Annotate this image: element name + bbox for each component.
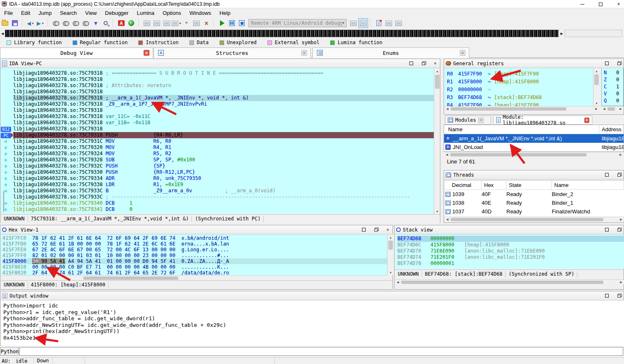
scroll-right-icon[interactable]: ▶: [618, 106, 624, 111]
scroll-thumb[interactable]: [83, 277, 178, 280]
stack-row[interactable]: BEF74D7800000001: [397, 260, 624, 267]
panel-maximize-button[interactable]: [408, 60, 414, 66]
navigator-track[interactable]: [565, 30, 622, 37]
debugger-selector[interactable]: Remote ARM Linux/Android debugger ▼: [248, 19, 347, 27]
hex-row[interactable]: 415F8010 00 00 00 00 C0 BF E7 71 00 00 0…: [2, 264, 387, 270]
hex-view-titlebar[interactable]: Hex View-1 ×: [0, 225, 392, 234]
search-names-button[interactable]: [51, 18, 61, 28]
disasm-line[interactable]: libjiagu1896403278.so:75C79318 ; __arm_a…: [1, 95, 434, 101]
disasm-gutter[interactable]: [1, 163, 13, 169]
rename-button[interactable]: [191, 18, 201, 28]
tab-enums[interactable]: Enums ×: [312, 47, 469, 58]
close-icon[interactable]: ×: [584, 118, 589, 123]
disasm-line[interactable]: libjiagu1896403278.so:75C79324 MOV R5, R…: [1, 151, 434, 157]
panel-float-button[interactable]: [373, 227, 379, 233]
menu-item-file[interactable]: File: [0, 9, 17, 17]
stack-row[interactable]: BEF74D6800000000: [397, 236, 624, 242]
instruction-dot[interactable]: [5, 165, 7, 168]
instruction-dot[interactable]: [5, 153, 7, 155]
disasm-line[interactable]: libjiagu1896403278.so:75C79318 var_118= …: [1, 120, 434, 126]
scroll-thumb[interactable]: [401, 281, 603, 284]
threads-hscrollbar[interactable]: ◀ ▶: [444, 217, 624, 222]
panel-maximize-button[interactable]: [604, 172, 610, 178]
panel-maximize-button[interactable]: [361, 227, 367, 233]
disasm-gutter[interactable]: [1, 206, 13, 213]
disasm-gutter[interactable]: [1, 95, 13, 101]
column-header-state[interactable]: State: [506, 181, 552, 189]
tab-modules[interactable]: Modules ×: [445, 116, 491, 125]
threads-titlebar[interactable]: Threads: [444, 170, 624, 180]
register-row[interactable]: R0415F7F90↪[heap]:415F7F90: [447, 70, 593, 78]
close-button[interactable]: ×: [616, 1, 622, 7]
instruction-dot[interactable]: [5, 208, 7, 211]
panel-close-button[interactable]: ×: [385, 227, 391, 233]
scroll-down-icon[interactable]: ▼: [434, 208, 440, 214]
breakpoint-list-button[interactable]: [374, 18, 384, 28]
disasm-gutter[interactable]: [1, 151, 13, 157]
panel-float-button[interactable]: [616, 227, 622, 233]
disasm-gutter[interactable]: [1, 138, 13, 144]
scroll-left-icon[interactable]: ◀: [444, 106, 450, 111]
disasm-gutter[interactable]: [1, 157, 13, 163]
instruction-dot[interactable]: [5, 190, 7, 192]
disasm-line[interactable]: libjiagu1896403278.so:75C79341 DCB 0: [1, 206, 434, 213]
register-row[interactable]: R3BEF74D68↪[stack]:BEF74D68: [447, 94, 593, 102]
make-unknown-button[interactable]: *: [182, 18, 191, 28]
register-row[interactable]: R1415F8000↪[heap]:415F8000: [447, 78, 593, 86]
scroll-left-icon[interactable]: ◀: [395, 280, 401, 285]
disasm-line[interactable]: libjiagu1896403278.so:75C79330 PUSH {R0-…: [1, 169, 434, 175]
output-log[interactable]: Python>import idcPython>r1 = idc.get_reg…: [1, 300, 624, 346]
disasm-line[interactable]: libjiagu1896403278.so:75C79318 var_11C= …: [1, 113, 434, 120]
menu-item-edit[interactable]: Edit: [17, 9, 34, 17]
disasm-line[interactable]: libjiagu1896403278.so:75C7931C MOV R6, R…: [1, 138, 434, 144]
thread-row[interactable]: 103940FReadyBinder_2: [444, 190, 624, 199]
make-code-button[interactable]: [142, 18, 152, 28]
save-button[interactable]: [10, 18, 20, 28]
instruction-dot[interactable]: [5, 147, 7, 149]
make-string-button[interactable]: [162, 18, 172, 28]
menu-item-jump[interactable]: Jump: [34, 9, 56, 17]
disasm-line[interactable]: libjiagu1896403278.so:75C79318: [1, 89, 434, 95]
hex-row[interactable]: 415F8000 30 90 5A 41 A4 94 5A 41 01 00 0…: [2, 258, 387, 264]
python-cli-input[interactable]: [19, 347, 623, 356]
navigate-forward-button[interactable]: ▶▼: [35, 18, 45, 28]
disasm-line[interactable]: libjiagu1896403278.so:75C79318 ; Attribu…: [1, 83, 434, 89]
disasm-gutter[interactable]: [1, 113, 13, 120]
disasm-line[interactable]: libjiagu1896403278.so:75C7932C PUSH {SP}: [1, 163, 434, 169]
menu-item-view[interactable]: View: [81, 9, 101, 17]
stack-list[interactable]: BEF74D6800000000BEF74D6C415F8000[heap]:4…: [395, 234, 624, 269]
nav-left-arrow[interactable]: ◀: [0, 30, 5, 37]
close-icon[interactable]: ×: [460, 50, 466, 56]
disasm-gutter[interactable]: [1, 83, 13, 89]
menu-item-windows[interactable]: Windows: [185, 9, 215, 17]
flags-list[interactable]: N0Z0C1V0Q0TT20: [601, 68, 624, 106]
panel-maximize-button[interactable]: [604, 293, 610, 299]
register-row[interactable]: R4415F7F90↪[heap]:415F7F90: [447, 102, 593, 106]
disasm-gutter[interactable]: [1, 194, 13, 200]
disasm-line[interactable]: libjiagu1896403278.so:75C79318: [1, 76, 434, 83]
panel-maximize-button[interactable]: [604, 227, 610, 233]
disasm-vscrollbar[interactable]: ▲ ▼: [434, 68, 440, 214]
panel-float-button[interactable]: [616, 60, 622, 66]
column-header-name[interactable]: Name: [444, 125, 599, 134]
hex-row[interactable]: 415F7FF0 82 01 02 00 00 01 03 01 10 00 0…: [2, 253, 387, 258]
module-row[interactable]: DJNI_OnLoadlibjiagu18: [444, 143, 624, 151]
proximity-browser-button[interactable]: [101, 18, 111, 28]
minimize-button[interactable]: [579, 1, 585, 7]
stack-row[interactable]: BEF74D6C415F8000[heap]:415F8000: [397, 242, 624, 248]
hex-row[interactable]: 415F8020 2F 64 61 74 61 2F 64 61 74 61 2…: [2, 270, 387, 275]
disasm-gutter[interactable]: [1, 120, 13, 126]
scroll-up-icon[interactable]: ▲: [388, 234, 394, 240]
jump-address-button[interactable]: ▼: [91, 18, 101, 28]
column-header-name[interactable]: Name: [552, 181, 624, 189]
python-cli-button[interactable]: Python: [0, 347, 19, 356]
jump-arrow-icon[interactable]: ↪: [488, 87, 491, 92]
output-titlebar[interactable]: Output window: [0, 291, 624, 300]
search-text-button[interactable]: [61, 18, 71, 28]
panel-float-button[interactable]: [616, 172, 622, 178]
scroll-left-icon[interactable]: ◀: [444, 217, 450, 222]
make-data-button[interactable]: [152, 18, 162, 28]
debugger-options-button[interactable]: [358, 18, 368, 28]
scroll-thumb[interactable]: [450, 153, 586, 156]
panel-float-button[interactable]: [420, 60, 426, 66]
